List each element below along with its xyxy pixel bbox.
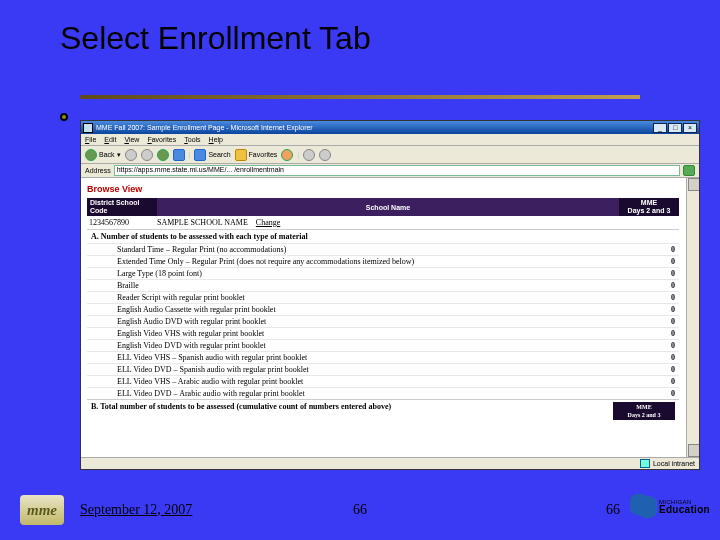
material-label: Reader Script with regular print booklet (87, 293, 629, 302)
material-row: English Audio DVD with regular print boo… (87, 315, 679, 327)
print-icon[interactable] (319, 149, 331, 161)
change-link[interactable]: Change (256, 218, 280, 227)
section-b-label: B. Total number of students to be assess… (91, 402, 613, 420)
maximize-button[interactable]: □ (668, 123, 682, 133)
michigan-education-logo: MICHIGAN Education (630, 490, 710, 524)
zone-icon (640, 459, 650, 468)
enrollment-table: District School Code School Name MME Day… (81, 198, 699, 421)
slide-footer: mme September 12, 2007 66 66 MICHIGAN Ed… (0, 490, 720, 530)
material-label: Braille (87, 281, 629, 290)
material-value[interactable]: 0 (629, 329, 679, 338)
bullet-icon (60, 113, 68, 121)
menubar: File Edit View Favorites Tools Help (81, 134, 699, 146)
material-label: English Video VHS with regular print boo… (87, 329, 629, 338)
mail-icon[interactable] (303, 149, 315, 161)
material-value[interactable]: 0 (629, 305, 679, 314)
material-value[interactable]: 0 (629, 293, 679, 302)
school-row: 1234567890 SAMPLE SCHOOL NAME Change (87, 216, 679, 229)
stop-icon[interactable] (141, 149, 153, 161)
back-label: Back (99, 151, 115, 158)
school-code: 1234567890 (87, 218, 157, 227)
material-value[interactable]: 0 (629, 377, 679, 386)
hdr-school-name: School Name (157, 204, 619, 211)
material-value[interactable]: 0 (629, 341, 679, 350)
title-underline (80, 95, 640, 99)
material-label: English Video DVD with regular print boo… (87, 341, 629, 350)
material-label: English Audio DVD with regular print boo… (87, 317, 629, 326)
section-b-days: Days 2 and 3 (614, 411, 674, 419)
menu-help[interactable]: Help (209, 136, 223, 143)
material-row: Extended Time Only – Regular Print (does… (87, 255, 679, 267)
section-a-header: A. Number of students to be assessed wit… (87, 229, 679, 243)
vertical-scrollbar[interactable] (686, 178, 699, 457)
search-button[interactable]: Search (194, 149, 230, 161)
status-bar: Local intranet (81, 457, 699, 469)
hdr-mme-label: MME (621, 199, 677, 207)
material-label: Large Type (18 point font) (87, 269, 629, 278)
back-button[interactable]: Back ▾ (85, 149, 121, 161)
material-label: ELL Video VHS – Spanish audio with regul… (87, 353, 629, 362)
material-label: ELL Video DVD – Spanish audio with regul… (87, 365, 629, 374)
hdr-mme-days: MME Days 2 and 3 (619, 198, 679, 216)
back-icon (85, 149, 97, 161)
table-header-row: District School Code School Name MME Day… (87, 198, 679, 216)
material-row: English Audio Cassette with regular prin… (87, 303, 679, 315)
material-value[interactable]: 0 (629, 281, 679, 290)
material-row: English Video VHS with regular print boo… (87, 327, 679, 339)
material-row: ELL Video VHS – Arabic audio with regula… (87, 375, 679, 387)
menu-file[interactable]: File (85, 136, 96, 143)
address-input[interactable]: https://apps.mme.state.mi.us/MME/... /en… (114, 165, 680, 176)
material-row: ELL Video DVD – Arabic audio with regula… (87, 387, 679, 399)
material-row: ELL Video VHS – Spanish audio with regul… (87, 351, 679, 363)
addressbar: Address https://apps.mme.state.mi.us/MME… (81, 164, 699, 178)
minimize-button[interactable]: _ (653, 123, 667, 133)
menu-tools[interactable]: Tools (184, 136, 200, 143)
mme-logo: mme (20, 495, 64, 525)
status-text: Local intranet (653, 460, 695, 467)
material-label: Standard Time – Regular Print (no accomm… (87, 245, 629, 254)
search-label: Search (208, 151, 230, 158)
material-row: Braille0 (87, 279, 679, 291)
material-value[interactable]: 0 (629, 353, 679, 362)
menu-edit[interactable]: Edit (104, 136, 116, 143)
home-icon[interactable] (173, 149, 185, 161)
material-value[interactable]: 0 (629, 257, 679, 266)
material-row: Standard Time – Regular Print (no accomm… (87, 243, 679, 255)
material-value[interactable]: 0 (629, 269, 679, 278)
material-label: ELL Video DVD – Arabic audio with regula… (87, 389, 629, 398)
forward-icon[interactable] (125, 149, 137, 161)
michigan-icon (630, 494, 657, 520)
refresh-icon[interactable] (157, 149, 169, 161)
school-name-text: SAMPLE SCHOOL NAME (157, 218, 248, 227)
chevron-down-icon: ▾ (117, 151, 121, 159)
page-content: Browse View District School Code School … (81, 178, 699, 457)
window-titlebar: MME Fall 2007: Sample Enrollment Page - … (81, 121, 699, 134)
browse-view-heading: Browse View (81, 178, 699, 198)
page-number-right: 66 (606, 502, 620, 518)
hdr-district-code: District School Code (87, 198, 157, 216)
education-text: Education (659, 505, 710, 515)
menu-view[interactable]: View (124, 136, 139, 143)
material-label: Extended Time Only – Regular Print (does… (87, 257, 629, 266)
address-label: Address (85, 167, 111, 174)
school-name-cell: SAMPLE SCHOOL NAME Change (157, 218, 679, 227)
browser-window: MME Fall 2007: Sample Enrollment Page - … (80, 120, 700, 470)
material-label: English Audio Cassette with regular prin… (87, 305, 629, 314)
slide-title: Select Enrollment Tab (60, 20, 371, 57)
material-value[interactable]: 0 (629, 365, 679, 374)
material-value[interactable]: 0 (629, 245, 679, 254)
window-title: MME Fall 2007: Sample Enrollment Page - … (96, 124, 652, 131)
go-button[interactable] (683, 165, 695, 176)
ie-icon (83, 123, 93, 133)
section-b-row: B. Total number of students to be assess… (87, 399, 679, 421)
material-value[interactable]: 0 (629, 317, 679, 326)
favorites-button[interactable]: Favorites (235, 149, 278, 161)
menu-favorites[interactable]: Favorites (147, 136, 176, 143)
close-button[interactable]: × (683, 123, 697, 133)
toolbar: Back ▾ | Search Favorites | (81, 146, 699, 164)
material-label: ELL Video VHS – Arabic audio with regula… (87, 377, 629, 386)
search-icon (194, 149, 206, 161)
history-icon[interactable] (281, 149, 293, 161)
page-number-center: 66 (353, 502, 367, 518)
material-value[interactable]: 0 (629, 389, 679, 398)
